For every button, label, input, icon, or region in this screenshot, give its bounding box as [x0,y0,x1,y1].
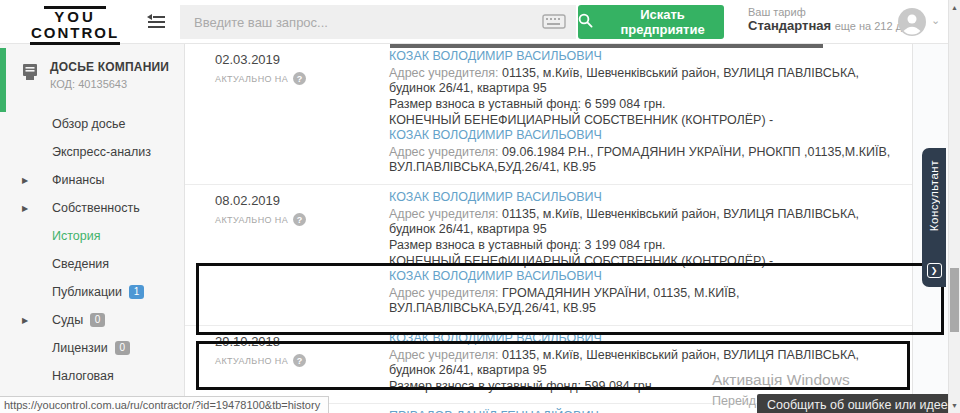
tariff-label: Ваш тариф [748,6,920,18]
scrollbar[interactable]: ▲ ▼ [948,0,960,413]
sidebar: ДОСЬЕ КОМПАНИИ КОД: 40135643 Обзор досье… [0,44,185,413]
actual-on-label: АКТУАЛЬНО НА ? [215,354,389,367]
sidebar-nav: Обзор досье Экспресс-анализ ▶ Финансы ▶ … [0,110,184,413]
sidebar-item-history[interactable]: История [0,222,184,250]
sidebar-item-courts[interactable]: ▶ Суды 0 [0,306,184,334]
sidebar-item-dossier-overview[interactable]: Обзор досье [0,110,184,138]
dossier-title: ДОСЬЕ КОМПАНИИ [50,60,174,74]
search-icon [578,13,593,31]
feedback-toast[interactable]: Сообщить об ошибке или идее [757,394,953,413]
sidebar-item-tax[interactable]: Налоговая [0,362,184,390]
sidebar-item-publications[interactable]: Публикации 1 [0,278,184,306]
keyboard-icon[interactable] [542,14,566,33]
dossier-header[interactable]: ДОСЬЕ КОМПАНИИ КОД: 40135643 [0,44,184,104]
beneficiary-address: Адрес учредителя: 09.06.1984 Р.Н., ГРОМА… [389,145,900,175]
person-link[interactable]: КОЗАК ВОЛОДИМИР ВАСИЛЬОВИЧ [389,269,602,284]
scroll-up-arrow[interactable]: ▲ [949,4,960,11]
person-link[interactable]: КОЗАК ВОЛОДИМИР ВАСИЛЬОВИЧ [389,331,602,346]
help-icon[interactable]: ? [293,72,306,85]
search-company-button[interactable]: Искать предприятие [578,5,724,39]
search-input[interactable] [180,5,576,39]
person-link[interactable]: КОЗАК ВОЛОДИМИР ВАСИЛЬОВИЧ [389,190,602,205]
sidebar-item-express-analysis[interactable]: Экспресс-анализ [0,138,184,166]
scroll-thumb[interactable] [950,268,959,332]
sidebar-item-finances[interactable]: ▶ Финансы [0,166,184,194]
dossier-document-icon [20,62,40,86]
tariff-plan: Стандартная еще на 212 дней [748,18,920,33]
youcontrol-app: YOU CONTROL [0,0,960,413]
count-badge: 1 [129,285,144,299]
logo-text-control: CONTROL [30,25,120,45]
fund-contribution: Размер взноса в уставный фонд: 6 599 084… [389,97,900,112]
record-date: 08.02.2019 [215,193,389,208]
dossier-code: КОД: 40135643 [50,78,174,90]
clipped-row-remnant [390,44,823,48]
logo-text-you: YOU [44,6,106,25]
help-icon[interactable]: ? [293,354,306,367]
person-link[interactable]: КОЗАК ВОЛОДИМИР ВАСИЛЬОВИЧ [389,128,602,143]
expand-arrow-icon: ▶ [22,204,28,213]
sidebar-item-ownership[interactable]: ▶ Собственность [0,194,184,222]
sidebar-item-details[interactable]: Сведения [0,250,184,278]
search-button-label: Искать предприятие [601,7,724,37]
beneficiary-address: Адрес учредителя: ГРОМАДЯНИН УКРАЇНИ, 01… [389,286,900,316]
sidebar-item-licenses[interactable]: Лицензии 0 [0,334,184,362]
history-record: 08.02.2019 АКТУАЛЬНО НА ? КОЗАК ВОЛОДИМИ… [185,185,912,326]
avatar[interactable] [898,8,926,36]
founder-address: Адрес учредителя: 01135, м.Київ, Шевченк… [389,207,900,237]
active-section-stripe [0,48,6,112]
tariff-info: Ваш тариф Стандартная еще на 212 дней [748,6,920,33]
person-link[interactable]: ПРІВАЛОВ ДАНІЇЛ ГЕННАДІЙОВИЧ [389,409,599,413]
help-icon[interactable]: ? [293,213,306,226]
history-list: 02.03.2019 АКТУАЛЬНО НА ? КОЗАК ВОЛОДИМИ… [185,44,913,413]
count-badge: 0 [90,313,105,327]
actual-on-label: АКТУАЛЬНО НА ? [215,213,389,226]
chevron-right-icon: ❯ [927,263,942,278]
sidebar-collapse-icon[interactable] [146,13,168,31]
person-link[interactable]: КОЗАК ВОЛОДИМИР ВАСИЛЬОВИЧ [389,49,602,64]
record-date: 02.03.2019 [215,52,389,67]
expand-arrow-icon: ▶ [22,316,28,325]
fund-contribution: Размер взноса в уставный фонд: 3 199 084… [389,238,900,253]
youcontrol-logo[interactable]: YOU CONTROL [30,6,120,45]
founder-address: Адрес учредителя: 01135, м.Київ, Шевченк… [389,66,900,96]
chevron-down-icon[interactable]: ⌄ [931,14,940,27]
expand-arrow-icon: ▶ [22,176,28,185]
count-badge: 0 [115,341,130,355]
beneficiary-line: КОНЕЧНЫЙ БЕНЕФИЦИАРНЫЙ СОБСТВЕННИК (КОНТ… [389,254,900,285]
consultant-label: Консультант [928,160,940,231]
status-url-tooltip: https://youcontrol.com.ua/ru/contractor/… [0,396,329,413]
consultant-tab[interactable]: Консультант ❯ [922,148,946,287]
actual-on-label: АКТУАЛЬНО НА ? [215,72,389,85]
beneficiary-line: КОНЕЧНЫЙ БЕНЕФИЦИАРНЫЙ СОБСТВЕННИК (КОНТ… [389,113,900,144]
scroll-down-arrow[interactable]: ▼ [949,402,960,409]
search-field-wrap [180,5,576,39]
history-record: 02.03.2019 АКТУАЛЬНО НА ? КОЗАК ВОЛОДИМИ… [185,44,912,185]
record-date: 29.10.2018 [215,334,389,349]
top-header: YOU CONTROL [0,0,960,44]
